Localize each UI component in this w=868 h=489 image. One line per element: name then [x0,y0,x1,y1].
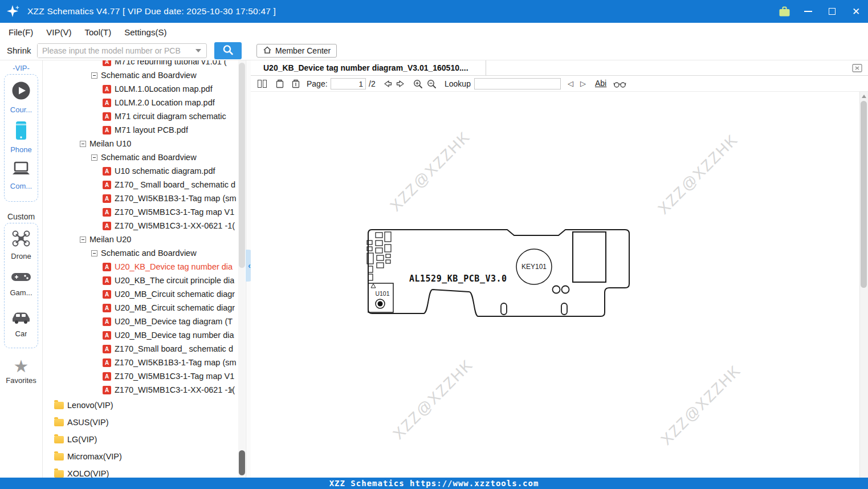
statusbar-text: XZZ Schematics https://www.xzztools.com [329,479,539,488]
collapse-icon[interactable] [80,141,86,147]
collapse-icon[interactable] [91,250,97,256]
tree-item-pdf[interactable]: U20_KB_The circuit principle dia [43,274,246,287]
tree-item-pdf[interactable]: U20_MB_Circuit schematic diagr [43,301,246,315]
tree-item-label: Schematic and Boardview [101,71,197,80]
menubar: File(F) VIP(V) Tool(T) Settings(S) [0,23,868,41]
collapse-icon[interactable] [80,237,86,243]
pdf-icon [103,60,111,66]
vip-section-label: -VIP- [0,64,42,72]
search-icon [222,44,234,58]
tree-item-pdf[interactable]: Z170_WI5MB1C3-1-XX-0621 -1( [43,383,246,397]
tree-item-pdf[interactable]: Z170_Small board_ schematic d [43,342,246,356]
tree-item-pdf[interactable]: U10 schematic diagram.pdf [43,164,246,178]
tree-item-label: Z170_WI5MB1C3-1-XX-0621 -1( [115,385,235,394]
menu-vip[interactable]: VIP(V) [46,27,71,37]
pdf-icon [103,167,111,176]
pcb-round-hole [553,286,560,294]
lookup-input[interactable] [474,78,561,89]
tree-item-group[interactable]: Schematic and Boardview [43,68,246,82]
tree-item-pdf[interactable]: U20_MB_Circuit schematic diagr [43,287,246,301]
fit-height-icon[interactable] [275,79,285,89]
close-document-icon[interactable] [852,64,862,75]
tree-item-pdf[interactable]: U20_MB_Device tag diagram (T [43,315,246,328]
tree-item-pdf[interactable]: Z170_ Small board_ schematic d [43,178,246,191]
toolbar: Shrink Member Center [0,41,868,60]
tree-scrollbar-thumb[interactable] [239,63,245,268]
folder-icon [54,419,64,426]
minimize-button[interactable] [796,0,820,23]
model-search-combobox[interactable] [37,43,207,58]
sidebar-item-drone[interactable]: Drone [5,229,38,260]
tree-item-folder[interactable]: XOLO(VIP) [43,465,246,478]
close-button[interactable]: ✕ [844,0,868,23]
briefcase-icon[interactable] [772,6,796,17]
pdf-icon [103,263,111,271]
tree-scroll-down-icon[interactable] [229,389,234,392]
pdf-icon [103,358,111,367]
tree-item-label: U10 schematic diagram.pdf [115,166,215,176]
tree-item-pdf[interactable]: Z170_WI5MB1C3-1-XX-0621 -1( [43,219,246,233]
document-scrollbar-thumb[interactable] [861,101,867,288]
search-button[interactable] [214,42,242,59]
car-icon [10,309,32,327]
member-center-button[interactable]: Member Center [256,44,337,58]
sidebar-item-course[interactable]: Cour... [5,80,38,114]
combo-chevron-icon[interactable] [195,49,201,52]
shrink-button[interactable]: Shrink [5,44,34,56]
tree-item-pdf[interactable]: U20_KB_Device tag number dia [43,260,246,274]
two-page-view-icon[interactable] [256,79,268,89]
tree-item-folder[interactable]: ASUS(VIP) [43,414,246,431]
tree-item-folder[interactable]: Micromax(VIP) [43,448,246,465]
pcb-slot-hole [561,303,567,315]
tree-item-pdf[interactable]: Z170_WI5MB1C3-1-Tag map V1 [43,369,246,383]
tree-scrollbar-thumb-secondary[interactable] [239,450,245,475]
page-number-input[interactable] [331,78,366,89]
fit-width-icon[interactable] [291,79,301,89]
tree-item-pdf[interactable]: M71c reburning tutorial v1.01 ( [43,60,246,68]
tree-item-group[interactable]: Meilan U20 [43,233,246,246]
tree-item-group[interactable]: Meilan U10 [43,137,246,150]
pcb-round-hole [562,286,569,294]
menu-settings[interactable]: Settings(S) [124,27,166,37]
tree-item-folder[interactable]: LG(VIP) [43,431,246,448]
zoom-out-icon[interactable] [426,79,437,89]
scroll-up-icon[interactable] [862,95,866,98]
menu-file[interactable]: File(F) [9,27,33,37]
document-tab[interactable]: U20_KB_Device tag number diagram_V3.01_1… [251,60,486,75]
find-next-icon[interactable]: ▷ [580,79,586,88]
tree-item-pdf[interactable]: Z170_WI5MB1C3-1-Tag map V1 [43,205,246,219]
tree-item-pdf[interactable]: Z170_WI5KB1B3-1-Tag map (sm [43,191,246,205]
tree-item-pdf[interactable]: L0LM.2.0 Location map.pdf [43,96,246,109]
model-search-input[interactable] [38,44,195,58]
tree-item-pdf[interactable]: U20_MB_Device tag number dia [43,328,246,342]
sidebar-item-favorites[interactable]: ★ Favorites [0,358,42,385]
maximize-button[interactable] [820,0,844,23]
sidebar-item-computer[interactable]: Com... [5,160,38,190]
find-prev-icon[interactable]: ◁ [568,79,573,88]
pcb-right-block [573,232,606,282]
tree-item-group[interactable]: Schematic and Boardview [43,150,246,164]
tree-item-label: U20_MB_Circuit schematic diagr [115,303,235,312]
tree-item-pdf[interactable]: L0LM.1.0Location map.pdf [43,82,246,96]
match-case-icon[interactable]: Abi [595,79,606,88]
zoom-in-icon[interactable] [413,79,423,89]
collapse-icon[interactable] [91,72,97,79]
sidebar-item-game[interactable]: Gam... [5,270,38,297]
tree-item-folder[interactable]: Lenovo(VIP) [43,397,246,414]
tree-item-pdf[interactable]: M71 circuit diagram schematic [43,109,246,123]
tree-item-label: XOLO(VIP) [67,469,109,478]
sidebar-item-car[interactable]: Car [5,309,38,338]
menu-tool[interactable]: Tool(T) [85,27,112,37]
computer-icon [11,160,31,180]
reading-glasses-icon[interactable] [613,80,626,88]
collapse-icon[interactable] [91,154,97,161]
tree-item-pdf[interactable]: M71 layout PCB.pdf [43,123,246,137]
tree-item-group[interactable]: Schematic and Boardview [43,246,246,260]
tree-item-pdf[interactable]: Z170_WI5KB1B3-1-Tag map (sm [43,356,246,369]
folder-icon [54,453,64,461]
next-page-icon[interactable] [395,79,406,89]
prev-page-icon[interactable] [382,79,393,89]
pdf-page[interactable]: KEY101 U101 [251,92,868,478]
pcb-slot-hole [501,303,507,315]
sidebar-item-phone[interactable]: Phone [5,120,38,154]
